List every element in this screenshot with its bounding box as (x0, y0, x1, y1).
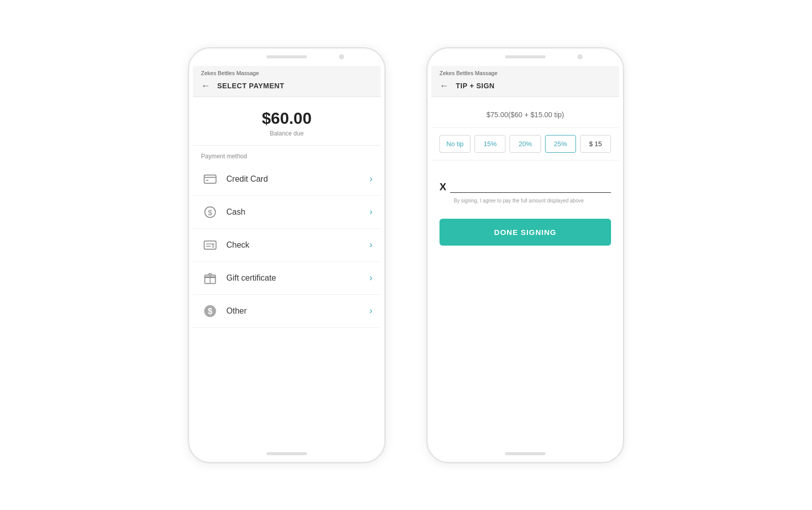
credit-card-icon (201, 170, 219, 188)
tip-total-value: $75.00 (487, 111, 509, 119)
gift-label: Gift certificate (226, 274, 369, 283)
phone-camera-left (339, 54, 344, 59)
left-nav-title: SELECT PAYMENT (217, 82, 284, 90)
signature-line-row: X (439, 181, 611, 193)
sig-line[interactable] (450, 181, 611, 193)
check-chevron: › (369, 240, 373, 250)
left-back-button[interactable]: ← (201, 81, 210, 90)
other-chevron: › (369, 305, 373, 316)
svg-text:$: $ (208, 306, 212, 315)
tip-btn-notip[interactable]: No tip (439, 135, 470, 153)
cash-icon: $ (201, 203, 219, 221)
sig-x-mark: X (439, 182, 446, 193)
left-screen-content: $60.00 Balance due Payment method (193, 97, 381, 445)
other-icon: $ (201, 302, 219, 320)
signature-area: X By signing, I agree to pay the full am… (431, 160, 619, 214)
payment-section-label: Payment method (193, 146, 381, 163)
cash-label: Cash (226, 208, 369, 217)
credit-card-label: Credit Card (226, 175, 369, 184)
phone-camera-right (578, 54, 583, 59)
left-app-header: Zekes Bettles Massage ← SELECT PAYMENT (193, 66, 381, 97)
tip-btn-custom[interactable]: $ 15 (580, 135, 611, 153)
amount-section: $60.00 Balance due (193, 97, 381, 146)
right-nav-bar: ← TIP + SIGN (439, 79, 611, 92)
payment-item-other[interactable]: $ Other › (193, 295, 381, 328)
check-label: Check (226, 241, 369, 250)
left-phone-screen: Zekes Bettles Massage ← SELECT PAYMENT $… (193, 66, 381, 445)
payment-item-cash[interactable]: $ Cash › (193, 196, 381, 229)
tip-btn-15[interactable]: 15% (475, 135, 505, 153)
check-icon: $ (201, 236, 219, 254)
right-app-header: Zekes Bettles Massage ← TIP + SIGN (431, 66, 619, 97)
right-app-name: Zekes Bettles Massage (439, 70, 611, 76)
tip-buttons-row: No tip 15% 20% 25% $ 15 (431, 128, 619, 160)
tip-btn-20[interactable]: 20% (510, 135, 540, 153)
payment-list: Credit Card › $ Cash › (193, 163, 381, 328)
payment-item-gift[interactable]: Gift certificate › (193, 262, 381, 295)
svg-text:$: $ (212, 243, 215, 248)
gift-icon (201, 269, 219, 287)
tip-btn-25[interactable]: 25% (545, 135, 576, 153)
left-app-name: Zekes Bettles Massage (201, 70, 373, 76)
payment-item-credit-card[interactable]: Credit Card › (193, 163, 381, 196)
left-nav-bar: ← SELECT PAYMENT (201, 79, 373, 92)
done-signing-button[interactable]: DONE SIGNING (439, 219, 611, 246)
svg-text:$: $ (208, 208, 213, 216)
credit-card-chevron: › (369, 174, 373, 184)
tip-total: $75.00($60 + $15.00 tip) (439, 107, 611, 120)
gift-chevron: › (369, 273, 373, 283)
tip-amount-header: $75.00($60 + $15.00 tip) (431, 97, 619, 128)
other-label: Other (226, 307, 369, 316)
svg-rect-0 (204, 175, 216, 183)
payment-item-check[interactable]: $ Check › (193, 229, 381, 262)
tip-breakdown: ($60 + $15.00 tip) (508, 111, 564, 119)
balance-label: Balance due (201, 130, 373, 137)
balance-amount: $60.00 (201, 109, 373, 128)
page-container: Zekes Bettles Massage ← SELECT PAYMENT $… (0, 0, 812, 510)
right-screen-content: $75.00($60 + $15.00 tip) No tip 15% 20% … (431, 97, 619, 445)
sig-consent-text: By signing, I agree to pay the full amou… (439, 198, 584, 203)
cash-chevron: › (369, 207, 373, 217)
right-phone-screen: Zekes Bettles Massage ← TIP + SIGN $75.0… (431, 66, 619, 445)
right-nav-title: TIP + SIGN (456, 82, 495, 90)
right-phone: Zekes Bettles Massage ← TIP + SIGN $75.0… (426, 47, 624, 463)
right-back-button[interactable]: ← (439, 81, 449, 90)
left-phone: Zekes Bettles Massage ← SELECT PAYMENT $… (188, 47, 386, 463)
